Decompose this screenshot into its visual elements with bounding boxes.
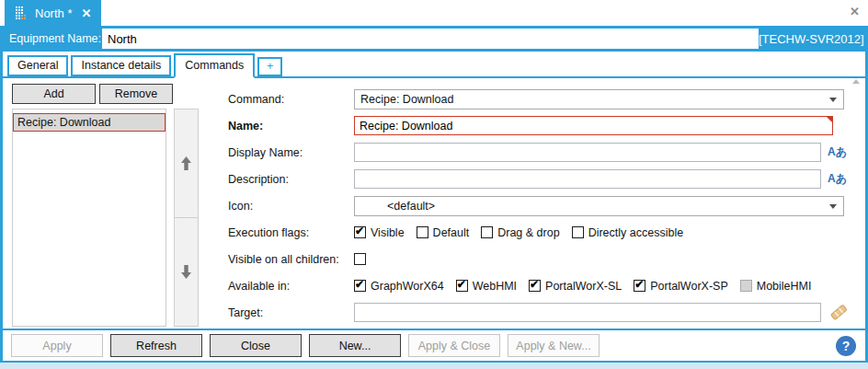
description-label: Description: — [228, 173, 354, 186]
new-button[interactable]: New... — [309, 334, 401, 357]
chevron-down-icon[interactable] — [829, 98, 837, 102]
document-tab-north[interactable]: North * ✕ — [5, 0, 101, 26]
equipment-building-icon — [15, 6, 29, 20]
visible-checkbox[interactable] — [354, 226, 366, 238]
tab-general[interactable]: General — [7, 55, 68, 76]
target-input[interactable] — [354, 303, 821, 322]
chevron-down-icon[interactable] — [829, 204, 837, 209]
apply-and-close-button[interactable]: Apply & Close — [408, 334, 500, 357]
name-input[interactable] — [354, 116, 833, 135]
execution-flags-row: Execution flags: Visible Default Drag & … — [228, 219, 865, 246]
document-tab-bar: North * ✕ ✕ — [0, 0, 868, 26]
portalworx-sl-checkbox[interactable] — [529, 280, 541, 292]
reorder-arrows — [174, 109, 199, 327]
portalworx-sp-checkbox[interactable] — [634, 280, 645, 292]
mobilehmi-checkbox-label: MobileHMI — [757, 280, 812, 293]
available-graphworx64: GraphWorX64 — [354, 280, 444, 293]
icon-value: <default> — [360, 200, 435, 213]
visible-on-all-children-label: Visible on all children: — [228, 253, 354, 266]
mobilehmi-checkbox — [740, 280, 752, 292]
tab-add[interactable]: + — [257, 57, 282, 76]
default-checkbox-label[interactable]: Default — [433, 226, 470, 239]
splitter-grip[interactable] — [852, 79, 860, 84]
footer-button-bar: Apply Refresh Close New... Apply & Close… — [0, 329, 868, 363]
graphworx64-checkbox[interactable] — [354, 280, 366, 292]
bottom-strip — [0, 363, 868, 369]
pane-close-icon[interactable]: ✕ — [850, 6, 860, 18]
localize-text-icon[interactable]: Aあ — [828, 171, 847, 187]
close-button[interactable]: Close — [210, 334, 302, 357]
move-down-button[interactable] — [175, 217, 198, 326]
description-input[interactable] — [354, 169, 821, 189]
list-button-row: Add Remove — [12, 84, 199, 104]
execution-flags-group: Visible Default Drag & drop Directly acc… — [354, 226, 695, 239]
name-row: Name: — [228, 112, 865, 139]
tab-commands[interactable]: Commands — [174, 53, 255, 78]
command-row: Command: Recipe: Download — [228, 86, 865, 112]
commands-listbox[interactable]: Recipe: Download — [12, 109, 166, 327]
flag-drag-drop: Drag & drop — [481, 226, 559, 239]
drag-drop-checkbox[interactable] — [481, 226, 493, 238]
command-label: Command: — [228, 93, 354, 106]
list-body: Recipe: Download — [12, 109, 199, 327]
default-checkbox[interactable] — [417, 226, 428, 238]
icon-select[interactable]: <default> — [354, 196, 844, 216]
target-label: Target: — [228, 306, 354, 319]
available-mobilehmi: MobileHMI — [740, 280, 812, 293]
equipment-name-bar: Equipment Name: [TECHW-SVR2012] — [0, 26, 868, 52]
visible-checkbox-label[interactable]: Visible — [371, 226, 405, 239]
available-in-label: Available in: — [228, 280, 354, 293]
document-tab-close-icon[interactable]: ✕ — [81, 6, 91, 20]
apply-button[interactable]: Apply — [11, 334, 103, 357]
webhmi-checkbox[interactable] — [456, 280, 468, 292]
command-value: Recipe: Download — [360, 93, 453, 106]
name-label: Name: — [228, 120, 354, 133]
directly-accessible-checkbox-label[interactable]: Directly accessible — [588, 226, 684, 239]
command-select[interactable]: Recipe: Download — [354, 89, 844, 110]
visible-on-all-children-row: Visible on all children: — [228, 246, 865, 272]
command-form: Command: Recipe: Download Name: Display … — [199, 78, 865, 329]
tag-browse-icon[interactable] — [829, 304, 848, 321]
list-item-recipe-download[interactable]: Recipe: Download — [13, 113, 166, 132]
available-portalworx-sp: PortalWorX-SP — [634, 280, 728, 293]
webhmi-checkbox-label[interactable]: WebHMI — [473, 280, 517, 293]
target-row: Target: — [228, 299, 865, 326]
add-button[interactable]: Add — [12, 84, 96, 104]
graphworx64-checkbox-label[interactable]: GraphWorX64 — [371, 280, 444, 293]
equipment-config-window: North * ✕ ✕ Equipment Name: [TECHW-SVR20… — [0, 0, 868, 369]
refresh-button[interactable]: Refresh — [110, 334, 202, 357]
available-in-group: GraphWorX64 WebHMI PortalWorX-SL PortalW… — [354, 280, 823, 293]
localize-text-icon[interactable]: Aあ — [828, 144, 847, 160]
equipment-name-label: Equipment Name: — [9, 32, 102, 45]
directly-accessible-checkbox[interactable] — [572, 226, 584, 238]
command-list-panel: Add Remove Recipe: Download — [3, 78, 199, 329]
portalworx-sp-checkbox-label[interactable]: PortalWorX-SP — [650, 280, 728, 293]
up-arrow-icon — [180, 156, 192, 171]
equipment-name-input[interactable] — [102, 29, 759, 49]
tab-strip: General Instance details Commands + — [0, 52, 868, 78]
down-arrow-icon — [180, 264, 192, 280]
help-icon[interactable]: ? — [836, 336, 856, 356]
server-badge: [TECHW-SVR2012] — [759, 32, 868, 46]
display-name-row: Display Name: Aあ — [228, 139, 865, 166]
portalworx-sl-checkbox-label[interactable]: PortalWorX-SL — [545, 280, 622, 293]
display-name-input[interactable] — [354, 143, 821, 162]
move-up-button[interactable] — [175, 110, 198, 217]
tab-instance-details[interactable]: Instance details — [71, 55, 171, 76]
icon-label: Icon: — [228, 200, 354, 213]
remove-button[interactable]: Remove — [99, 84, 173, 104]
commands-tab-content: Add Remove Recipe: Download — [0, 78, 868, 329]
flag-directly-accessible: Directly accessible — [572, 226, 684, 239]
available-webhmi: WebHMI — [456, 280, 517, 293]
flag-visible: Visible — [354, 226, 405, 239]
name-validation-wrap — [354, 116, 833, 135]
display-name-label: Display Name: — [228, 146, 354, 159]
flag-default: Default — [417, 226, 470, 239]
apply-and-new-button[interactable]: Apply & New... — [508, 334, 600, 357]
icon-row: Icon: <default> — [228, 192, 865, 219]
description-row: Description: Aあ — [228, 166, 865, 192]
available-in-row: Available in: GraphWorX64 WebHMI PortalW… — [228, 272, 865, 299]
execution-flags-label: Execution flags: — [228, 226, 354, 239]
visible-on-all-children-checkbox[interactable] — [354, 253, 366, 265]
drag-drop-checkbox-label[interactable]: Drag & drop — [497, 226, 559, 239]
